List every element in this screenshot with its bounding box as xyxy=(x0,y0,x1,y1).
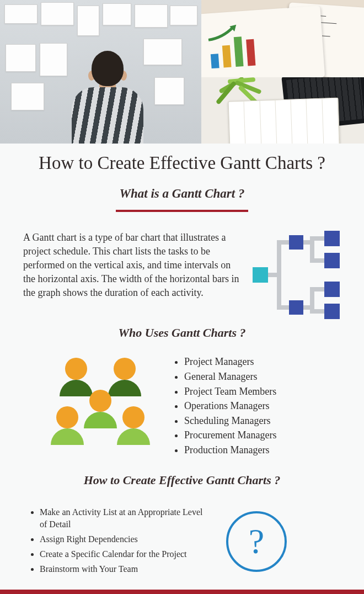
svg-rect-0 xyxy=(253,267,268,283)
list-item: Create a Specific Calendar for the Proje… xyxy=(40,548,210,561)
flow-diagram-icon xyxy=(253,231,341,319)
footer-accent-bar xyxy=(0,590,364,594)
svg-rect-2 xyxy=(289,300,303,315)
hero-photo-notebook-chart xyxy=(201,0,364,77)
svg-rect-5 xyxy=(324,282,340,297)
list-item: Assign Right Dependencies xyxy=(40,533,210,546)
svg-rect-3 xyxy=(324,231,340,246)
list-item: Project Managers xyxy=(184,354,341,369)
svg-point-10 xyxy=(56,406,78,428)
list-item: Project Team Members xyxy=(184,384,341,399)
svg-rect-6 xyxy=(324,304,340,319)
list-item: Brainstorm with Your Team xyxy=(40,563,210,576)
svg-point-8 xyxy=(114,358,136,380)
how-to-list: Make an Activity List at an Appropriate … xyxy=(28,506,210,578)
section-heading-who: Who Uses Gantt Charts ? xyxy=(23,326,341,340)
hero-photo-planning-board xyxy=(0,0,201,144)
list-item: Scheduling Managers xyxy=(184,413,341,428)
section-heading-how: How to Create Effective Gantt Charts ? xyxy=(23,473,341,487)
svg-rect-1 xyxy=(289,235,303,250)
list-item: Production Managers xyxy=(184,443,341,458)
divider xyxy=(116,210,248,212)
question-mark-icon: ? xyxy=(221,506,292,578)
people-group-icon xyxy=(45,354,156,448)
svg-point-9 xyxy=(89,390,111,412)
svg-point-11 xyxy=(122,406,144,428)
svg-point-7 xyxy=(65,358,87,380)
list-item: General Managers xyxy=(184,369,341,384)
section-heading-what: What is a Gantt Chart ? xyxy=(23,187,341,201)
gantt-description: A Gantt chart is a type of bar chart tha… xyxy=(23,231,242,299)
hero-image-collage xyxy=(0,0,364,144)
who-uses-list: Project Managers General Managers Projec… xyxy=(172,354,341,457)
svg-rect-4 xyxy=(324,253,340,268)
list-item: Procurement Managers xyxy=(184,428,341,443)
list-item: Operations Managers xyxy=(184,399,341,413)
list-item: Make an Activity List at an Appropriate … xyxy=(40,506,210,531)
hero-photo-desk-planner xyxy=(201,77,364,144)
page-title: How to Create Effective Gantt Charts ? xyxy=(23,152,341,174)
